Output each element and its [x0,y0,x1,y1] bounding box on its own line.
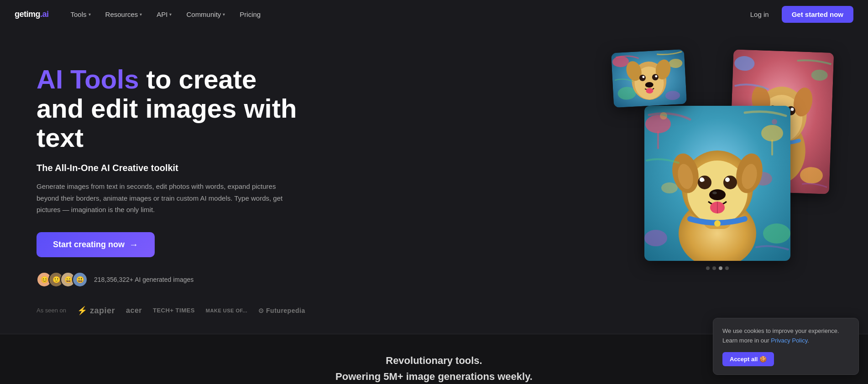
privacy-policy-link[interactable]: Privacy Policy [771,337,807,344]
hero-title-colored: AI Tools [37,64,139,94]
svg-point-33 [761,125,783,141]
brand-futurpedia: ⊙ Futurepedia [258,307,305,314]
svg-point-58 [660,112,667,119]
as-seen-section: As seen on ⚡ zapier acer TECH+ TIMES MAK… [37,306,310,316]
social-proof: 😊 🙂 😄 😃 218,356,322+ AI generated images [37,272,310,287]
chevron-down-icon: ▾ [140,12,142,17]
svg-rect-38 [657,131,659,149]
svg-point-52 [702,179,705,182]
brand-zapier: ⚡ zapier [77,306,115,316]
cookie-text: We use cookies to improve your experienc… [722,327,849,346]
start-creating-button[interactable]: Start creating now → [37,232,155,257]
hero-image-gallery [603,51,831,261]
navbar: getimg.ai Tools ▾ Resources ▾ API ▾ Comm… [0,0,868,28]
social-count: 218,356,322+ AI generated images [94,276,193,283]
as-seen-label: As seen on [37,307,66,314]
nav-item-resources[interactable]: Resources ▾ [98,7,150,22]
carousel-dots [706,266,729,270]
carousel-dot[interactable] [725,266,729,270]
cookie-banner: We use cookies to improve your experienc… [713,318,859,375]
hero-subtitle: The All-In-One AI Creative toolkit [37,163,310,173]
bottom-tagline: Revolutionary tools. Powering 5M+ image … [37,353,831,384]
svg-point-32 [645,115,671,133]
logo[interactable]: getimg.ai [15,10,49,19]
chevron-down-icon: ▾ [89,12,91,17]
svg-point-57 [714,220,721,227]
svg-rect-39 [771,140,773,156]
brand-acer: acer [126,306,142,315]
dog-image-top-left [611,49,687,108]
nav-item-tools[interactable]: Tools ▾ [63,7,98,22]
carousel-dot[interactable] [706,266,710,270]
svg-point-59 [772,119,777,125]
logo-accent: .ai [40,10,49,19]
hero-section: AI Tools to create and edit images with … [0,28,868,334]
chevron-down-icon: ▾ [169,12,172,17]
brand-makeuse: MAKE USE OF... [206,308,247,313]
svg-point-48 [698,176,711,189]
chevron-down-icon: ▾ [223,12,225,17]
hero-title: AI Tools to create and edit images with … [37,65,310,152]
login-button[interactable]: Log in [743,7,776,22]
svg-point-34 [763,223,790,244]
svg-point-53 [709,189,726,200]
hero-description: Generate images from text in seconds, ed… [37,181,283,216]
svg-point-35 [644,230,667,246]
nav-left: getimg.ai Tools ▾ Resources ▾ API ▾ Comm… [15,7,268,22]
brand-techtime: TECH+ TIMES [153,307,195,314]
carousel-dot-active[interactable] [719,266,722,270]
get-started-button[interactable]: Get started now [782,6,853,23]
dog-image-main [644,106,790,261]
avatar: 😃 [72,272,88,287]
svg-point-51 [725,177,730,182]
nav-item-api[interactable]: API ▾ [149,7,179,22]
hero-content: AI Tools to create and edit images with … [37,56,310,316]
nav-items: Tools ▾ Resources ▾ API ▾ Community ▾ Pr… [63,7,268,22]
carousel-dot[interactable] [712,266,716,270]
arrow-icon: → [129,239,138,250]
accept-cookies-button[interactable]: Accept all 🍪 [722,352,774,366]
nav-item-community[interactable]: Community ▾ [179,7,232,22]
svg-point-49 [723,176,737,189]
svg-point-37 [661,182,678,193]
nav-right: Log in Get started now [743,6,853,23]
nav-item-pricing[interactable]: Pricing [232,7,268,22]
svg-point-54 [712,192,717,194]
avatar-group: 😊 🙂 😄 😃 [37,272,88,287]
